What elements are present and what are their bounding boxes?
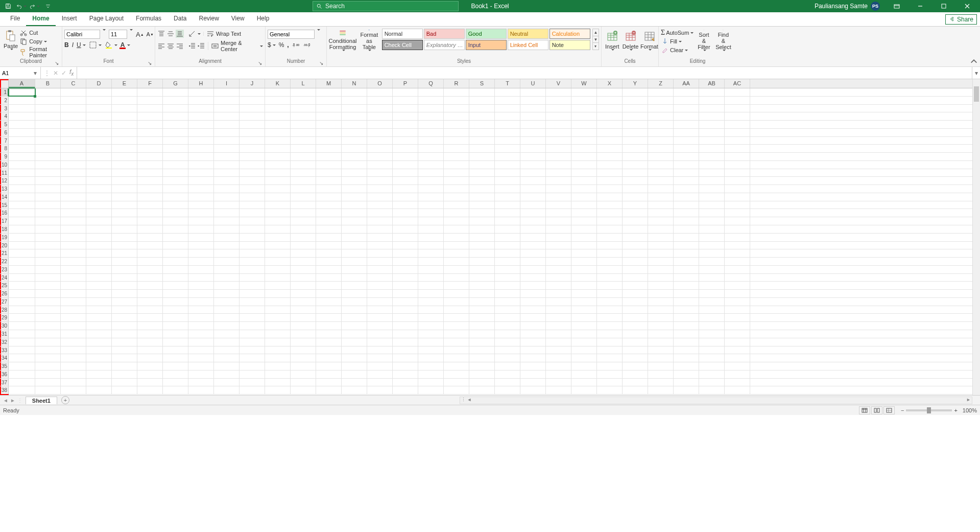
cell[interactable] (546, 105, 571, 112)
cell[interactable] (571, 282, 597, 289)
cell[interactable] (495, 266, 520, 273)
cell[interactable] (546, 306, 571, 314)
cell[interactable] (393, 379, 418, 386)
align-top-icon[interactable] (157, 30, 165, 38)
cell[interactable] (725, 306, 750, 314)
cell[interactable] (571, 371, 597, 378)
sort-filter-button[interactable]: AZSort & Filter (695, 29, 713, 58)
cell[interactable] (648, 88, 674, 96)
cell[interactable] (444, 346, 469, 354)
cell[interactable] (571, 330, 597, 338)
cell[interactable] (291, 88, 316, 96)
cell[interactable] (367, 298, 393, 306)
cell[interactable] (188, 258, 214, 265)
cell[interactable] (623, 161, 648, 169)
row-header[interactable]: 14 (0, 193, 9, 201)
cell[interactable] (316, 306, 342, 314)
cell[interactable] (546, 379, 571, 386)
cell[interactable] (291, 362, 316, 370)
cell[interactable] (86, 97, 112, 104)
cell[interactable] (699, 112, 725, 120)
insert-cells-button[interactable]: Insert (604, 29, 621, 58)
cell[interactable] (495, 177, 520, 184)
cell[interactable] (597, 314, 623, 321)
cell[interactable] (367, 258, 393, 265)
fill-button[interactable]: Fill (661, 37, 694, 45)
cell[interactable] (342, 371, 367, 378)
cell[interactable] (137, 209, 163, 217)
cell[interactable] (418, 290, 444, 297)
cell[interactable] (495, 129, 520, 136)
cell[interactable] (623, 112, 648, 120)
format-cells-button[interactable]: Format (640, 29, 659, 58)
cell[interactable] (265, 177, 291, 184)
cell[interactable] (367, 177, 393, 184)
cell[interactable] (342, 177, 367, 184)
cell[interactable] (469, 225, 495, 233)
cell[interactable] (265, 234, 291, 241)
column-header[interactable]: V (546, 79, 571, 88)
cell[interactable] (291, 266, 316, 273)
cell[interactable] (214, 193, 240, 201)
cell[interactable] (86, 88, 112, 96)
cell[interactable] (214, 249, 240, 257)
cell[interactable] (342, 169, 367, 177)
cell[interactable] (9, 282, 35, 289)
cell[interactable] (367, 169, 393, 177)
cell[interactable] (674, 386, 699, 394)
cell[interactable] (137, 185, 163, 193)
maximize-icon[interactable] (933, 0, 954, 12)
cell[interactable] (546, 258, 571, 265)
cell[interactable] (188, 274, 214, 282)
cell[interactable] (725, 88, 750, 96)
cell[interactable] (725, 137, 750, 145)
cell[interactable] (240, 177, 265, 184)
cell[interactable] (571, 314, 597, 321)
cell[interactable] (418, 112, 444, 120)
cell[interactable] (35, 322, 61, 330)
cell[interactable] (674, 266, 699, 273)
cell[interactable] (9, 290, 35, 297)
cell[interactable] (86, 209, 112, 217)
cell[interactable] (291, 314, 316, 321)
cell[interactable] (214, 145, 240, 152)
cell[interactable] (291, 145, 316, 152)
cell[interactable] (61, 298, 86, 306)
search-box[interactable] (313, 1, 459, 11)
cell[interactable] (163, 274, 188, 282)
cell[interactable] (725, 217, 750, 225)
cell[interactable] (137, 105, 163, 112)
cell[interactable] (9, 322, 35, 330)
cell[interactable] (495, 354, 520, 362)
cell[interactable] (623, 88, 648, 96)
cell[interactable] (163, 330, 188, 338)
cell[interactable] (316, 290, 342, 297)
cell[interactable] (265, 185, 291, 193)
cell[interactable] (163, 371, 188, 378)
row-header[interactable]: 16 (0, 209, 9, 217)
cell[interactable] (725, 249, 750, 257)
cell[interactable] (265, 322, 291, 330)
cell[interactable] (495, 362, 520, 370)
cell[interactable] (188, 177, 214, 184)
cell[interactable] (648, 290, 674, 297)
cell[interactable] (674, 234, 699, 241)
cell[interactable] (61, 137, 86, 145)
cell[interactable] (163, 169, 188, 177)
new-sheet-icon[interactable]: + (61, 396, 69, 404)
cell[interactable] (597, 266, 623, 273)
cell[interactable] (699, 306, 725, 314)
cell[interactable] (725, 274, 750, 282)
cell[interactable] (240, 137, 265, 145)
cell[interactable] (546, 177, 571, 184)
cell[interactable] (418, 161, 444, 169)
cell[interactable] (699, 129, 725, 136)
cell[interactable] (648, 209, 674, 217)
cell[interactable] (469, 209, 495, 217)
cell[interactable] (674, 290, 699, 297)
cell[interactable] (418, 209, 444, 217)
row-header[interactable]: 15 (0, 201, 9, 209)
cell[interactable] (214, 201, 240, 209)
cell[interactable] (367, 201, 393, 209)
cell[interactable] (546, 242, 571, 249)
